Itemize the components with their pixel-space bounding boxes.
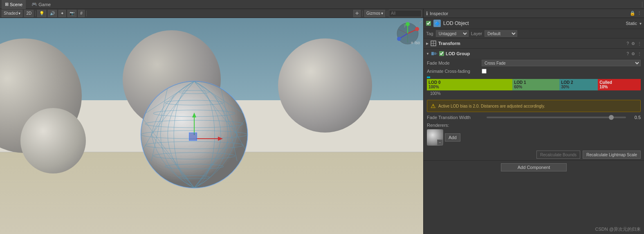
fade-transition-value: 0.5 bbox=[628, 115, 641, 120]
lod-current-pct: 100% bbox=[427, 90, 641, 97]
more-icon[interactable]: ⋮ bbox=[637, 11, 642, 16]
inspector-header: ℹ Inspector 🔒 ⋮ bbox=[424, 9, 644, 18]
inspector-icon: ℹ bbox=[426, 11, 428, 16]
animate-crossfade-checkbox[interactable] bbox=[482, 69, 487, 74]
gizmo-center-box bbox=[189, 133, 197, 141]
sphere-small-left bbox=[20, 108, 86, 173]
fade-transition-label: Fade Transition Width bbox=[427, 115, 484, 120]
transform-help-btn[interactable]: ? bbox=[626, 41, 629, 46]
transform-section: ▶ Transform ? ⚙ ⋮ bbox=[424, 38, 644, 49]
transform-header[interactable]: ▶ Transform ? ⚙ ⋮ bbox=[424, 38, 644, 48]
layer-label: Layer bbox=[471, 31, 482, 36]
toolbar-sep-3 bbox=[362, 11, 363, 16]
lod-group-enabled[interactable] bbox=[439, 51, 444, 56]
svg-point-32 bbox=[406, 22, 410, 26]
lod1-pct: 60% bbox=[514, 85, 558, 89]
lod-bar[interactable]: LOD 0 100% LOD 1 60% LOD 2 30% Culled 10… bbox=[427, 79, 641, 90]
svg-rect-40 bbox=[431, 52, 434, 55]
animate-crossfade-field: Animate Cross-fading bbox=[424, 68, 644, 75]
search-input[interactable] bbox=[389, 10, 422, 17]
audio-icon-btn[interactable]: 🔊 bbox=[48, 10, 57, 17]
culled-segment[interactable]: Culled 10% bbox=[598, 79, 641, 90]
scene-tab-label: Scene bbox=[10, 2, 22, 7]
grid-icon-btn[interactable]: # bbox=[78, 10, 85, 17]
transform-title: Transform bbox=[438, 41, 625, 46]
lod0-label: LOD 0 bbox=[429, 80, 511, 85]
csdn-watermark: CSDN @异次元的归来 bbox=[595, 226, 641, 232]
gizmos-dropdown[interactable]: Gizmos ▾ bbox=[364, 10, 385, 17]
lod-group-section: ▼ LOD Group ? ⚙ ⋮ Fade Mod bbox=[424, 49, 644, 161]
svg-marker-27 bbox=[218, 137, 223, 141]
transform-settings-btn[interactable]: ⚙ bbox=[631, 41, 635, 46]
lod-group-actions: ? ⚙ ⋮ bbox=[626, 52, 642, 56]
fade-mode-label: Fade Mode bbox=[427, 61, 480, 65]
renderer-add-btn[interactable]: Add bbox=[445, 133, 460, 142]
lod0-pct: 100% bbox=[429, 85, 511, 89]
svg-point-30 bbox=[415, 27, 419, 31]
object-header: 🔷 LOD Object Static ▾ bbox=[424, 18, 644, 29]
warning-text: Active LOD bias is 2.0. Distances are ad… bbox=[438, 104, 545, 108]
lod-icon bbox=[431, 50, 438, 57]
animate-crossfade-label: Animate Cross-fading bbox=[427, 69, 480, 74]
transform-menu-btn[interactable]: ⋮ bbox=[637, 41, 642, 46]
svg-point-34 bbox=[397, 37, 401, 41]
static-dropdown[interactable]: ▾ bbox=[640, 21, 642, 26]
object-name[interactable]: LOD Object bbox=[443, 20, 623, 26]
lod-bar-container: LOD 0 100% LOD 1 60% LOD 2 30% Culled 10… bbox=[424, 75, 644, 98]
warning-icon: ⚠ bbox=[431, 103, 436, 109]
game-tab-icon: 🎮 bbox=[31, 2, 37, 7]
action-buttons-row: Recalculate Bounds Recalculate Lightmap … bbox=[424, 149, 644, 160]
render-icon-btn[interactable]: 📷 bbox=[67, 10, 76, 17]
expand-scene-btn[interactable]: ⤢ bbox=[419, 20, 422, 24]
lod-help-btn[interactable]: ? bbox=[626, 52, 629, 56]
tag-select[interactable]: Untagged bbox=[436, 30, 469, 37]
add-component-btn[interactable]: Add Component bbox=[501, 163, 567, 171]
lod0-segment[interactable]: LOD 0 100% bbox=[427, 79, 512, 90]
fade-mode-select[interactable]: Cross Fade bbox=[482, 60, 641, 66]
gizmos-chevron-icon: ▾ bbox=[381, 11, 383, 16]
scene-tab[interactable]: ⊞ Scene bbox=[2, 0, 26, 9]
lod-group-header[interactable]: ▼ LOD Group ? ⚙ ⋮ bbox=[424, 49, 644, 59]
recalculate-bounds-btn[interactable]: Recalculate Bounds bbox=[536, 151, 580, 159]
renderers-section: Renderers: − Add bbox=[424, 121, 644, 149]
transform-fold-arrow: ▶ bbox=[426, 42, 429, 45]
add-component-row: Add Component bbox=[424, 161, 644, 174]
sphere-right-back bbox=[278, 38, 372, 133]
2d-toggle[interactable]: 2D bbox=[24, 10, 34, 17]
lod2-segment[interactable]: LOD 2 30% bbox=[559, 79, 598, 90]
top-sep bbox=[642, 2, 642, 7]
renderer-item: − Add bbox=[427, 129, 641, 146]
main-layout: Shaded ▾ 2D 💡 🔊 ✦ 📷 # ✛ Gizmos ▾ bbox=[0, 9, 644, 234]
svg-rect-42 bbox=[436, 53, 437, 54]
lod2-pct: 30% bbox=[561, 85, 596, 89]
transform-icon bbox=[430, 40, 437, 47]
shading-chevron-icon: ▾ bbox=[18, 11, 20, 16]
lod1-segment[interactable]: LOD 1 60% bbox=[512, 79, 559, 90]
shading-dropdown[interactable]: Shaded ▾ bbox=[2, 10, 22, 17]
object-active-checkbox[interactable] bbox=[426, 21, 431, 26]
lod-settings-btn[interactable]: ⚙ bbox=[631, 52, 635, 56]
renderers-label: Renderers: bbox=[427, 123, 641, 128]
fade-transition-slider[interactable] bbox=[487, 117, 626, 118]
light-icon-btn[interactable]: 💡 bbox=[37, 10, 46, 17]
renderer-remove-btn[interactable]: − bbox=[437, 140, 443, 145]
lock-icon[interactable]: 🔒 bbox=[630, 11, 635, 16]
lod-bar-top bbox=[427, 76, 641, 78]
fx-icon-btn[interactable]: ✦ bbox=[58, 10, 66, 17]
move-tool[interactable]: ✛ bbox=[353, 10, 361, 17]
lod2-label: LOD 2 bbox=[561, 80, 596, 85]
game-tab[interactable]: 🎮 Game bbox=[28, 0, 54, 9]
object-icon: 🔷 bbox=[433, 20, 441, 27]
layer-select[interactable]: Default bbox=[485, 30, 517, 37]
transform-actions: ? ⚙ ⋮ bbox=[626, 41, 642, 46]
tag-layer-row: Tag Untagged Layer Default bbox=[424, 29, 644, 38]
lod1-label: LOD 1 bbox=[514, 80, 558, 85]
iso-label: ≡ Iso bbox=[411, 40, 420, 45]
lod-menu-btn[interactable]: ⋮ bbox=[637, 52, 642, 56]
svg-rect-41 bbox=[434, 52, 436, 55]
lod-fold-arrow: ▼ bbox=[426, 52, 429, 56]
sphere-wireframe-container[interactable] bbox=[139, 79, 249, 190]
recalculate-lightmap-btn[interactable]: Recalculate Lightmap Scale bbox=[583, 151, 641, 159]
slider-thumb[interactable] bbox=[609, 115, 614, 120]
warning-box: ⚠ Active LOD bias is 2.0. Distances are … bbox=[427, 100, 641, 112]
